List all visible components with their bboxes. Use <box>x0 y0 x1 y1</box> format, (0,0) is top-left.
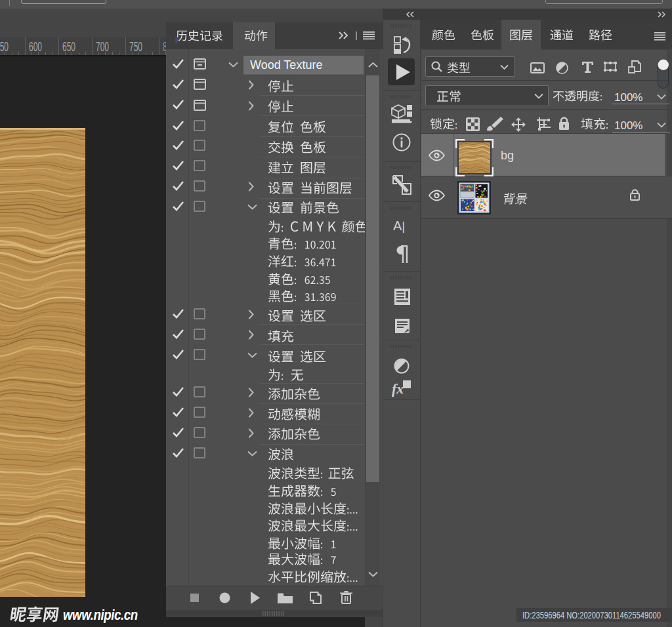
svg-text:fx: fx <box>392 380 404 397</box>
